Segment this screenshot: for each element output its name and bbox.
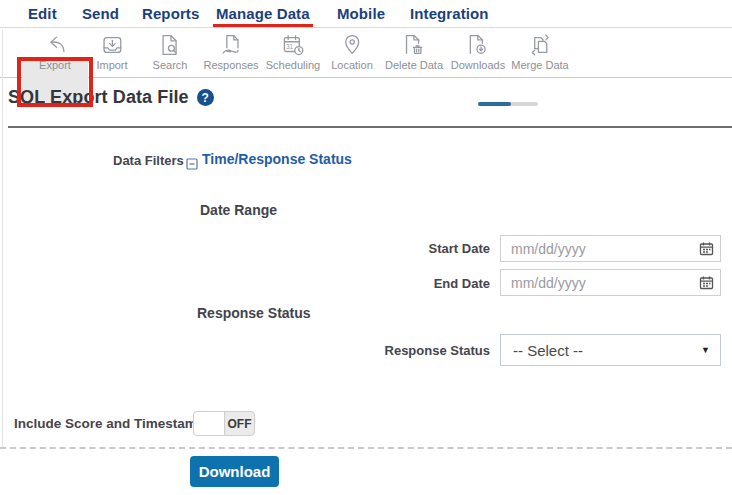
export-icon	[42, 32, 68, 58]
toolbar-export-button[interactable]: Export	[35, 30, 75, 73]
response-status-heading: Response Status	[197, 305, 311, 321]
toolbar-scheduling-label: Scheduling	[266, 59, 320, 71]
dashed-separator	[0, 447, 732, 449]
toolbar-horizontal-scrollbar[interactable]	[478, 102, 538, 106]
svg-text:31: 31	[286, 43, 294, 50]
page-title: SQL Export Data File	[8, 87, 189, 108]
toolbar-responses-label: Responses	[203, 59, 258, 71]
end-date-input[interactable]	[500, 269, 721, 296]
location-icon	[339, 32, 365, 58]
nav-item-edit[interactable]: Edit	[28, 5, 57, 22]
toolbar-import-label: Import	[96, 59, 127, 71]
start-date-field	[500, 235, 721, 262]
toolbar-downloads-label: Downloads	[451, 59, 505, 71]
collapse-minus-icon[interactable]	[186, 156, 198, 168]
nav-item-manage-data[interactable]: Manage Data	[216, 5, 310, 22]
title-divider	[8, 126, 732, 128]
toolbar-merge-data-label: Merge Data	[511, 59, 568, 71]
app-window: Edit Send Reports Manage Data Mobile Int…	[0, 0, 732, 495]
nav-item-manage-data-label: Manage Data	[216, 5, 310, 22]
toolbar-merge-data-button[interactable]: Merge Data	[507, 30, 572, 73]
toolbar-export-label: Export	[39, 59, 71, 71]
panel-left-border	[2, 30, 3, 447]
include-score-label: Include Score and Timestamp	[14, 416, 205, 431]
chevron-down-icon: ▼	[701, 345, 710, 355]
nav-item-send[interactable]: Send	[82, 5, 119, 22]
response-status-label: Response Status	[360, 343, 490, 358]
toolbar-location-label: Location	[331, 59, 373, 71]
filter-group-link[interactable]: Time/Response Status	[202, 151, 352, 167]
nav-item-reports[interactable]: Reports	[142, 5, 199, 22]
scrollbar-thumb[interactable]	[478, 102, 511, 106]
response-status-select[interactable]: -- Select -- ▼	[500, 334, 721, 366]
toolbar-search-label: Search	[153, 59, 188, 71]
search-icon	[157, 32, 183, 58]
end-date-field	[500, 269, 721, 296]
manage-data-toolbar: Export Import Search Responses	[0, 28, 732, 78]
data-filters-label: Data Filters	[113, 153, 184, 168]
include-score-toggle[interactable]: OFF	[193, 411, 255, 436]
toggle-state-label: OFF	[225, 412, 254, 435]
scheduling-icon: 31	[280, 32, 306, 58]
end-date-label: End Date	[380, 276, 490, 291]
date-range-heading: Date Range	[200, 202, 277, 218]
page-header: SQL Export Data File ?	[8, 87, 214, 108]
toolbar-import-button[interactable]: Import	[92, 30, 131, 73]
toolbar-delete-data-label: Delete Data	[385, 59, 443, 71]
delete-data-icon	[401, 32, 427, 58]
top-nav: Edit Send Reports Manage Data Mobile Int…	[0, 0, 732, 28]
response-status-selected-value: -- Select --	[513, 342, 583, 359]
merge-data-icon	[527, 32, 553, 58]
downloads-icon	[465, 32, 491, 58]
toolbar-search-button[interactable]: Search	[149, 30, 192, 73]
responses-icon	[218, 32, 244, 58]
nav-item-integration[interactable]: Integration	[410, 5, 489, 22]
help-icon[interactable]: ?	[197, 89, 214, 106]
toggle-knob	[194, 412, 225, 435]
toolbar-delete-data-button[interactable]: Delete Data	[381, 30, 447, 73]
toolbar-location-button[interactable]: Location	[327, 30, 377, 73]
import-icon	[99, 32, 125, 58]
nav-item-mobile[interactable]: Mobile	[337, 5, 385, 22]
toolbar-responses-button[interactable]: Responses	[199, 30, 262, 73]
annotation-red-underline	[213, 24, 313, 27]
toolbar-downloads-button[interactable]: Downloads	[447, 30, 509, 73]
start-date-label: Start Date	[380, 241, 490, 256]
start-date-input[interactable]	[500, 235, 721, 262]
download-button[interactable]: Download	[190, 456, 279, 487]
toolbar-scheduling-button[interactable]: 31 Scheduling	[262, 30, 324, 73]
